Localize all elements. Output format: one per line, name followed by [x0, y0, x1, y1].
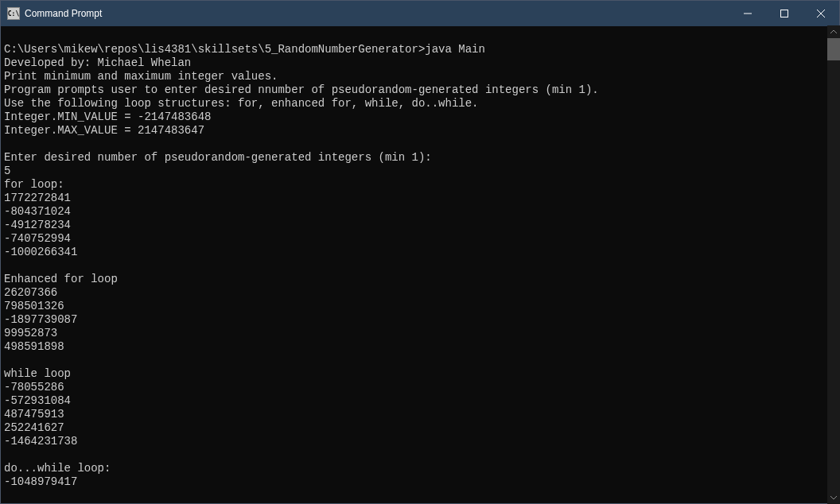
svg-rect-0: [781, 10, 788, 17]
output-value: -491278234: [4, 219, 836, 232]
section-header: for loop:: [4, 178, 836, 192]
scrollbar[interactable]: [827, 25, 840, 504]
command-prompt-window: C:\ Command Prompt C:\Users\mikew\repos\…: [0, 0, 840, 504]
blank-line: [4, 489, 836, 502]
scroll-down-arrow[interactable]: [827, 491, 840, 504]
blank-line: [4, 354, 836, 367]
output-value: -804371024: [4, 205, 836, 219]
minimize-button[interactable]: [729, 1, 766, 26]
close-icon: [817, 10, 825, 17]
output-value: 99952873: [4, 327, 836, 340]
output-line: Integer.MAX_VALUE = 2147483647: [4, 124, 836, 138]
command-text: java Main: [425, 43, 485, 56]
output-line: Developed by: Michael Whelan: [4, 56, 836, 70]
titlebar[interactable]: C:\ Command Prompt: [1, 1, 839, 26]
terminal-content[interactable]: C:\Users\mikew\repos\lis4381\skillsets\5…: [1, 26, 839, 503]
output-line: Program prompts user to enter desired nn…: [4, 83, 836, 97]
output-value: -78055286: [4, 381, 836, 394]
window-title: Command Prompt: [25, 8, 102, 19]
output-value: 498591898: [4, 340, 836, 354]
chevron-down-icon: [830, 494, 837, 501]
section-header: do...while loop:: [4, 462, 836, 475]
section-header: while loop: [4, 367, 836, 381]
blank-line: [4, 259, 836, 273]
output-value: 798501326: [4, 300, 836, 313]
output-line: Print minimum and maximum integer values…: [4, 70, 836, 83]
cmd-icon: C:\: [7, 7, 20, 20]
minimize-icon: [744, 10, 752, 17]
maximize-button[interactable]: [766, 1, 803, 26]
output-line: Integer.MIN_VALUE = -2147483648: [4, 110, 836, 124]
blank-line: [4, 138, 836, 151]
prompt-line: C:\Users\mikew\repos\lis4381\skillsets\5…: [4, 43, 836, 56]
output-value: 252241627: [4, 421, 836, 435]
output-value: 1772272841: [4, 192, 836, 205]
scroll-thumb[interactable]: [827, 38, 840, 60]
output-value: 26207366: [4, 286, 836, 300]
output-value: -740752994: [4, 232, 836, 246]
output-value: -572931084: [4, 394, 836, 408]
output-line: Use the following loop structures: for, …: [4, 97, 836, 110]
scroll-up-arrow[interactable]: [827, 25, 840, 38]
output-value: -1897739087: [4, 313, 836, 327]
output-value: -1048979417: [4, 475, 836, 489]
window-controls: [729, 1, 839, 26]
close-button[interactable]: [803, 1, 839, 26]
blank-line: [4, 448, 836, 462]
input-line: 5: [4, 165, 836, 178]
titlebar-left: C:\ Command Prompt: [7, 7, 102, 20]
output-value: -1464231738: [4, 435, 836, 448]
section-header: Enhanced for loop: [4, 273, 836, 286]
blank-line: [4, 29, 836, 43]
maximize-icon: [780, 10, 788, 17]
output-line: Enter desired number of pseudorandom-gen…: [4, 151, 836, 165]
output-value: 487475913: [4, 408, 836, 421]
prompt-line: C:\Users\mikew\repos\lis4381\skillsets\5…: [4, 502, 836, 503]
output-value: -1000266341: [4, 246, 836, 259]
chevron-up-icon: [830, 29, 837, 35]
prompt-path: C:\Users\mikew\repos\lis4381\skillsets\5…: [4, 43, 425, 56]
